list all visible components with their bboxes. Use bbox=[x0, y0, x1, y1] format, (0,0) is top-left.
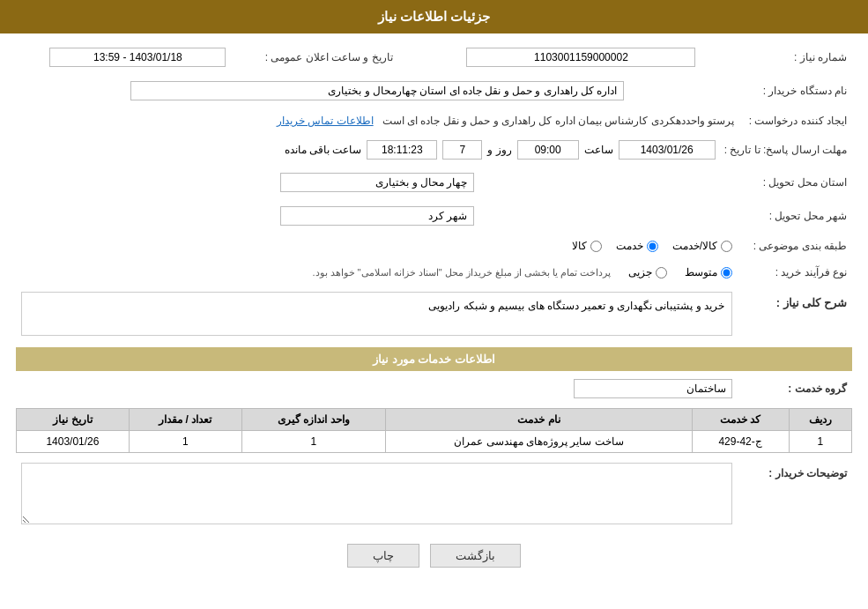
cell-row-num: 1 bbox=[789, 431, 851, 453]
deadline-time-input[interactable] bbox=[517, 140, 579, 160]
province-input[interactable] bbox=[280, 173, 474, 192]
deadline-date-input[interactable] bbox=[619, 140, 716, 160]
deadline-label: مهلت ارسال پاسخ: تا تاریخ : bbox=[719, 137, 852, 162]
print-button[interactable]: چاپ bbox=[347, 544, 419, 568]
city-label: شهر محل تحویل : bbox=[738, 203, 852, 229]
cell-unit: 1 bbox=[241, 431, 386, 453]
creator-contact-link[interactable]: اطلاعات تماس خریدار bbox=[277, 115, 374, 127]
cell-service-code: ج-42-429 bbox=[692, 431, 789, 453]
deadline-day-label: روز و bbox=[487, 144, 511, 156]
deadline-days-input[interactable] bbox=[442, 140, 482, 160]
creator-label: ایجاد کننده درخواست : bbox=[738, 111, 852, 130]
deadline-remaining-input[interactable] bbox=[367, 140, 437, 160]
category-kala-khadamat[interactable]: کالا/خدمت bbox=[672, 240, 732, 252]
service-group-input[interactable] bbox=[574, 379, 732, 398]
category-kala[interactable]: کالا bbox=[572, 240, 602, 252]
buyer-org-label: نام دستگاه خریدار : bbox=[738, 78, 852, 104]
buyer-org-input[interactable] bbox=[130, 81, 624, 100]
city-input[interactable] bbox=[280, 206, 474, 226]
announcement-date-label: تاریخ و ساعت اعلان عمومی : bbox=[260, 44, 398, 71]
col-header-code: کد خدمت bbox=[692, 409, 789, 431]
cell-date: 1403/01/26 bbox=[17, 431, 130, 453]
back-button[interactable]: بازگشت bbox=[430, 544, 521, 568]
col-header-unit: واحد اندازه گیری bbox=[241, 409, 386, 431]
page-header: جزئیات اطلاعات نیاز bbox=[0, 0, 868, 33]
category-label: طبقه بندی موضوعی : bbox=[738, 236, 852, 256]
col-header-qty: تعداد / مقدار bbox=[129, 409, 241, 431]
buyer-desc-textarea[interactable] bbox=[21, 463, 732, 524]
page-title: جزئیات اطلاعات نیاز bbox=[378, 9, 490, 24]
creator-value: پرستو واحددهکردی کارشناس بیمان اداره کل … bbox=[382, 115, 734, 127]
service-group-label: گروه خدمت : bbox=[738, 376, 852, 401]
need-number-label: شماره نیاز : bbox=[738, 44, 852, 71]
province-label: استان محل تحویل : bbox=[738, 169, 852, 196]
purchase-type-jozi[interactable]: جزیی bbox=[628, 266, 667, 279]
col-header-date: تاریخ نیاز bbox=[17, 409, 130, 431]
description-label: شرح کلی نیاز : bbox=[738, 289, 852, 338]
announcement-date-input[interactable] bbox=[49, 48, 226, 67]
category-khadamat[interactable]: خدمت bbox=[616, 240, 658, 252]
services-section-header: اطلاعات خدمات مورد نیاز bbox=[16, 347, 852, 371]
purchase-type-motavaset[interactable]: متوسط bbox=[685, 266, 732, 279]
need-number-input[interactable] bbox=[466, 48, 695, 67]
description-box: خرید و پشتیبانی نگهداری و تعمیر دستگاه ه… bbox=[21, 292, 732, 336]
table-row: 1 ج-42-429 ساخت سایر پروژه‌های مهندسی عم… bbox=[17, 431, 852, 453]
purchase-type-label: نوع فرآیند خرید : bbox=[738, 263, 852, 282]
col-header-name: نام خدمت bbox=[386, 409, 692, 431]
cell-quantity: 1 bbox=[129, 431, 241, 453]
cell-service-name: ساخت سایر پروژه‌های مهندسی عمران bbox=[386, 431, 692, 453]
col-header-row: ردیف bbox=[789, 409, 851, 431]
deadline-remaining-label: ساعت باقی مانده bbox=[285, 144, 362, 156]
buyer-desc-label: توضیحات خریدار : bbox=[738, 460, 852, 530]
deadline-time-label: ساعت bbox=[584, 144, 613, 156]
purchase-type-note: پرداخت تمام یا بخشی از مبلغ خریداز محل "… bbox=[312, 267, 611, 279]
